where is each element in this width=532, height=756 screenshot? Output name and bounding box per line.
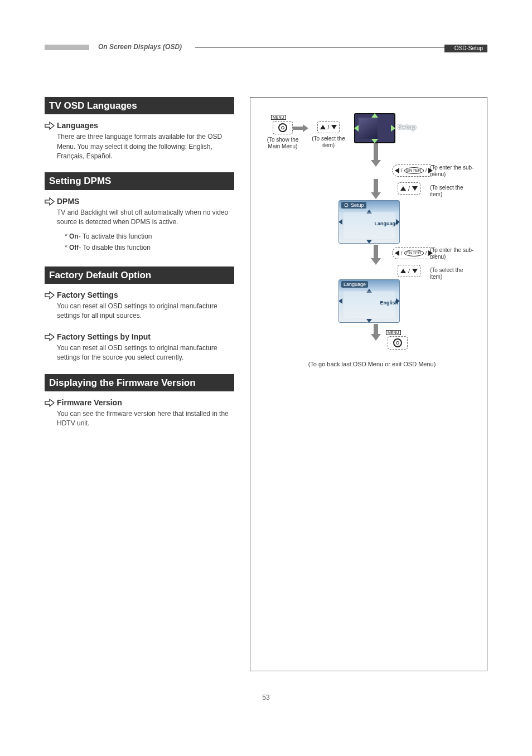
osd-navigation-flow: MENU (To show the Main Menu) / (To selec…: [260, 112, 477, 408]
flow-arrow-down-4: [372, 324, 380, 341]
up-down-button-icon: /: [398, 182, 420, 195]
tv-screen-icon: [354, 113, 395, 143]
flow-menu-key-end: MENU: [388, 336, 408, 350]
circle-icon: [278, 123, 287, 132]
arrow-down-icon: [372, 179, 380, 199]
triangle-up-icon: [400, 269, 406, 273]
triangle-down-icon: [412, 186, 418, 191]
subheading-firmware-label: Firmware Version: [57, 398, 122, 407]
tile-side-english: English: [380, 300, 398, 306]
osd-menu-tile-icon: Language English: [338, 279, 400, 323]
subheading-factory-settings: Factory Settings: [45, 290, 234, 299]
tile-tab-language-label: Language: [344, 282, 366, 287]
header-accent-block: [45, 45, 89, 50]
flow-updown-key-3: /: [398, 265, 420, 277]
flow-menu-setup-tile: Setup Language: [338, 200, 400, 244]
arrow-down-icon: [372, 245, 380, 265]
flow-arrow-down-3: [372, 245, 380, 265]
body-firmware: You can see the firmware version here th…: [45, 409, 234, 429]
enter-pill-icon: ENTER: [404, 167, 424, 174]
flow-menu-language-tile: Language English: [338, 279, 400, 323]
tile-tab-setup-label: Setup: [351, 202, 364, 208]
header-breadcrumb: On Screen Displays (OSD): [98, 43, 182, 51]
subheading-languages-label: Languages: [57, 121, 98, 130]
menu-button-icon: MENU: [388, 336, 408, 350]
caption-select-item-3: (To select the item): [430, 267, 477, 280]
bullet-strong: Off: [69, 244, 79, 251]
subheading-dpms: DPMS: [45, 197, 234, 206]
bullet-prefix: *: [65, 232, 69, 240]
section-title-setting-dpms: Setting DPMS: [45, 172, 234, 190]
caption-select-item-2: (To select the item): [430, 185, 477, 198]
left-enter-right-button-icon: /ENTER/: [392, 164, 436, 177]
osd-menu-tile-icon: Setup Language: [338, 200, 400, 244]
up-down-button-icon: /: [317, 121, 340, 133]
header-section-tab: OSD-Setup: [444, 45, 487, 52]
flow-updown-key-1: / (To select the item): [312, 121, 345, 149]
enter-pill-icon: ENTER: [404, 250, 424, 256]
header-section-tab-label: OSD-Setup: [454, 45, 483, 51]
triangle-up-icon: [320, 125, 326, 129]
arrow-down-icon: [372, 324, 380, 341]
caption-enter-sub-1: (To enter the sub-menu): [430, 164, 475, 178]
dpms-bullet-off: * Off- To disable this function: [65, 243, 234, 253]
chevron-right-icon: [45, 291, 54, 299]
body-factory-by-input: You can reset all OSD settings to origin…: [45, 343, 234, 363]
content-columns: TV OSD Languages Languages There are thr…: [45, 97, 487, 671]
right-column-flow-panel: MENU (To show the Main Menu) / (To selec…: [250, 97, 487, 671]
body-factory-settings: You can reset all OSD settings to origin…: [45, 302, 234, 321]
tile-tab-setup: Setup: [341, 202, 366, 209]
subheading-factory-settings-label: Factory Settings: [57, 290, 118, 299]
triangle-down-icon: [331, 125, 337, 129]
circle-icon: [393, 338, 402, 347]
flow-updown-key-2: /: [398, 182, 420, 195]
triangle-down-icon: [412, 269, 418, 273]
tile-side-language: Language: [374, 221, 398, 226]
triangle-left-icon: [395, 168, 399, 173]
flow-tv-setup: [354, 113, 395, 143]
triangle-up-icon: [400, 186, 406, 191]
caption-select-item-1: (To select the item): [312, 135, 345, 149]
bullet-rest: - To disable this function: [79, 244, 151, 251]
caption-go-back-text: (To go back last OSD Menu or exit OSD Me…: [299, 361, 444, 367]
dpms-bullet-on: * On- To activate this function: [65, 231, 234, 242]
tile-tab-language: Language: [341, 281, 368, 288]
dpms-bullets: * On- To activate this function * Off- T…: [45, 231, 234, 253]
subheading-firmware: Firmware Version: [45, 398, 234, 407]
flow-enter-key-1: /ENTER/: [392, 164, 436, 177]
body-languages: There are three language formats availab…: [45, 132, 234, 161]
bullet-strong: On: [69, 232, 79, 240]
flow-arrow-down-1: [372, 143, 380, 167]
page-number: 53: [45, 694, 487, 701]
menu-button-icon: MENU: [273, 121, 293, 134]
bullet-rest: - To activate this function: [79, 232, 152, 240]
flow-enter-key-2: /ENTER/: [392, 247, 436, 259]
chevron-right-icon: [45, 399, 54, 406]
menu-key-label: MENU: [386, 330, 401, 335]
svg-point-0: [345, 203, 348, 207]
caption-show-main: (To show the Main Menu): [266, 137, 299, 150]
bullet-prefix: *: [65, 244, 69, 251]
subheading-dpms-label: DPMS: [57, 197, 79, 206]
caption-enter-sub-2: (To enter the sub-menu): [430, 247, 475, 260]
header-rule: [195, 47, 487, 48]
left-enter-right-button-icon: /ENTER/: [392, 247, 436, 259]
flow-arrow-down-2: [372, 179, 380, 199]
section-title-factory-default: Factory Default Option: [45, 266, 234, 284]
up-down-button-icon: /: [398, 265, 420, 277]
subheading-factory-by-input-label: Factory Settings by Input: [57, 332, 151, 341]
caption-go-back: (To go back last OSD Menu or exit OSD Me…: [299, 357, 444, 367]
chevron-right-icon: [45, 197, 54, 205]
flow-arrow-right-1: [293, 125, 308, 131]
left-column: TV OSD Languages Languages There are thr…: [45, 97, 234, 671]
tv-setup-label: Setup: [398, 123, 416, 131]
arrow-right-icon: [293, 125, 308, 131]
manual-page: On Screen Displays (OSD) OSD-Setup TV OS…: [0, 0, 532, 724]
subheading-factory-by-input: Factory Settings by Input: [45, 332, 234, 341]
section-title-firmware: Displaying the Firmware Version: [45, 374, 234, 391]
page-header: On Screen Displays (OSD) OSD-Setup: [45, 45, 487, 58]
section-title-tv-osd-languages: TV OSD Languages: [45, 97, 234, 114]
body-dpms: TV and Backlight will shut off automatic…: [45, 208, 234, 227]
subheading-languages: Languages: [45, 121, 234, 130]
chevron-right-icon: [45, 333, 54, 341]
